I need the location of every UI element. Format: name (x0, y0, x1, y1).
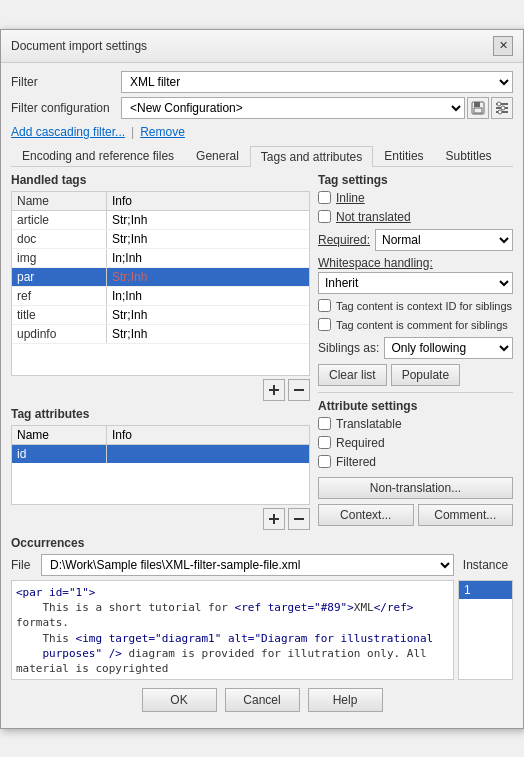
svg-rect-13 (269, 518, 279, 520)
filter-save-button[interactable] (467, 97, 489, 119)
tag-name: ref (12, 287, 107, 305)
comment-attr-button[interactable]: Comment... (418, 504, 514, 526)
cancel-button[interactable]: Cancel (225, 688, 300, 712)
attr-required-label[interactable]: Required (336, 436, 385, 450)
instance-list[interactable]: 1 (458, 580, 513, 680)
add-tag-button[interactable] (263, 379, 285, 401)
filter-label: Filter (11, 75, 121, 89)
required-row: Required: Normal (318, 229, 513, 251)
clear-list-button[interactable]: Clear list (318, 364, 387, 386)
attr-required-checkbox[interactable] (318, 436, 331, 449)
add-attr-button[interactable] (263, 508, 285, 530)
required-select[interactable]: Normal (375, 229, 513, 251)
main-area: Handled tags Name Info article Str;Inh d… (11, 173, 513, 530)
tag-info: Str;Inh (107, 268, 309, 286)
inline-label[interactable]: Inline (336, 191, 365, 205)
siblings-select[interactable]: Only following (384, 337, 513, 359)
dialog-content: Filter XML filter Filter configuration <… (1, 63, 523, 728)
filter-select[interactable]: XML filter (121, 71, 513, 93)
tab-general[interactable]: General (185, 145, 250, 166)
handled-tags-table[interactable]: Name Info article Str;Inh doc Str;Inh im… (11, 191, 310, 376)
file-select[interactable]: D:\Work\Sample files\XML-filter-sample-f… (41, 554, 454, 576)
occurrences-section: Occurrences File D:\Work\Sample files\XM… (11, 536, 513, 680)
help-button[interactable]: Help (308, 688, 383, 712)
filter-config-label: Filter configuration (11, 101, 121, 115)
filter-config-row: Filter configuration <New Configuration> (11, 97, 513, 119)
file-row: File D:\Work\Sample files\XML-filter-sam… (11, 554, 513, 576)
non-translation-button[interactable]: Non-translation... (318, 477, 513, 499)
tab-encoding[interactable]: Encoding and reference files (11, 145, 185, 166)
whitespace-row: Whitespace handling: Inherit (318, 256, 513, 294)
handled-tags-toolbar (11, 379, 310, 401)
handled-tags-header: Name Info (12, 192, 309, 211)
populate-button[interactable]: Populate (391, 364, 460, 386)
preview-text: <par id="1"> This is a short tutorial fo… (11, 580, 454, 680)
context-button[interactable]: Context... (318, 504, 414, 526)
close-button[interactable]: ✕ (493, 36, 513, 56)
not-translated-checkbox[interactable] (318, 210, 331, 223)
document-import-dialog: Document import settings ✕ Filter XML fi… (0, 29, 524, 729)
tag-row-par[interactable]: par Str;Inh (12, 268, 309, 287)
tag-name: par (12, 268, 107, 286)
filter-config-button[interactable] (491, 97, 513, 119)
tag-name: doc (12, 230, 107, 248)
add-cascading-button[interactable]: Add cascading filter... (11, 125, 125, 139)
tag-row-title[interactable]: title Str;Inh (12, 306, 309, 325)
tag-name: img (12, 249, 107, 267)
tag-row-img[interactable]: img In;Inh (12, 249, 309, 268)
tab-subtitles[interactable]: Subtitles (435, 145, 503, 166)
attr-btn-row-1: Non-translation... (318, 477, 513, 499)
whitespace-select[interactable]: Inherit (318, 272, 513, 294)
attr-info (107, 445, 309, 463)
filtered-checkbox[interactable] (318, 455, 331, 468)
attr-btn-row-2: Context... Comment... (318, 504, 513, 526)
not-translated-label[interactable]: Not translated (336, 210, 411, 224)
tag-row-article[interactable]: article Str;Inh (12, 211, 309, 230)
preview-area: <par id="1"> This is a short tutorial fo… (11, 580, 513, 680)
file-label: File (11, 558, 41, 572)
remove-button[interactable]: Remove (140, 125, 185, 139)
filter-config-control: <New Configuration> (121, 97, 513, 119)
tag-settings-title: Tag settings (318, 173, 513, 187)
occurrences-title: Occurrences (11, 536, 513, 550)
tag-row-updinfo[interactable]: updinfo Str;Inh (12, 325, 309, 344)
remove-icon (292, 383, 306, 397)
col-info-header: Info (107, 192, 309, 210)
filtered-label[interactable]: Filtered (336, 455, 376, 469)
comment-label[interactable]: Tag content is comment for siblings (336, 318, 508, 332)
filter-config-select[interactable]: <New Configuration> (121, 97, 465, 119)
remove-tag-button[interactable] (288, 379, 310, 401)
tag-attributes-title: Tag attributes (11, 407, 310, 421)
attr-row-id[interactable]: id (12, 445, 309, 463)
dialog-title: Document import settings (11, 39, 147, 53)
attr-col-name-header: Name (12, 426, 107, 444)
tag-info: In;Inh (107, 249, 309, 267)
siblings-label: Siblings as: (318, 341, 379, 355)
tag-attributes-table[interactable]: Name Info id (11, 425, 310, 505)
tag-row-ref[interactable]: ref In;Inh (12, 287, 309, 306)
attr-name: id (12, 445, 107, 463)
comment-checkbox[interactable] (318, 318, 331, 331)
ok-button[interactable]: OK (142, 688, 217, 712)
tab-tags-attributes[interactable]: Tags and attributes (250, 146, 373, 167)
attr-header: Name Info (12, 426, 309, 445)
add-attr-icon (267, 512, 281, 526)
context-id-label[interactable]: Tag content is context ID for siblings (336, 299, 512, 313)
translatable-checkbox[interactable] (318, 417, 331, 430)
comment-checkbox-row: Tag content is comment for siblings (318, 318, 513, 332)
remove-attr-button[interactable] (288, 508, 310, 530)
translatable-label[interactable]: Translatable (336, 417, 402, 431)
tag-settings-btn-row: Clear list Populate (318, 364, 513, 386)
tag-info: In;Inh (107, 287, 309, 305)
inline-checkbox[interactable] (318, 191, 331, 204)
required-label: Required: (318, 233, 370, 247)
context-id-checkbox[interactable] (318, 299, 331, 312)
config-icon (495, 101, 509, 115)
add-icon (267, 383, 281, 397)
attr-toolbar (11, 508, 310, 530)
tag-row-doc[interactable]: doc Str;Inh (12, 230, 309, 249)
instance-item[interactable]: 1 (459, 581, 512, 599)
not-translated-checkbox-row: Not translated (318, 210, 513, 224)
tab-entities[interactable]: Entities (373, 145, 434, 166)
links-row: Add cascading filter... | Remove (11, 123, 513, 139)
